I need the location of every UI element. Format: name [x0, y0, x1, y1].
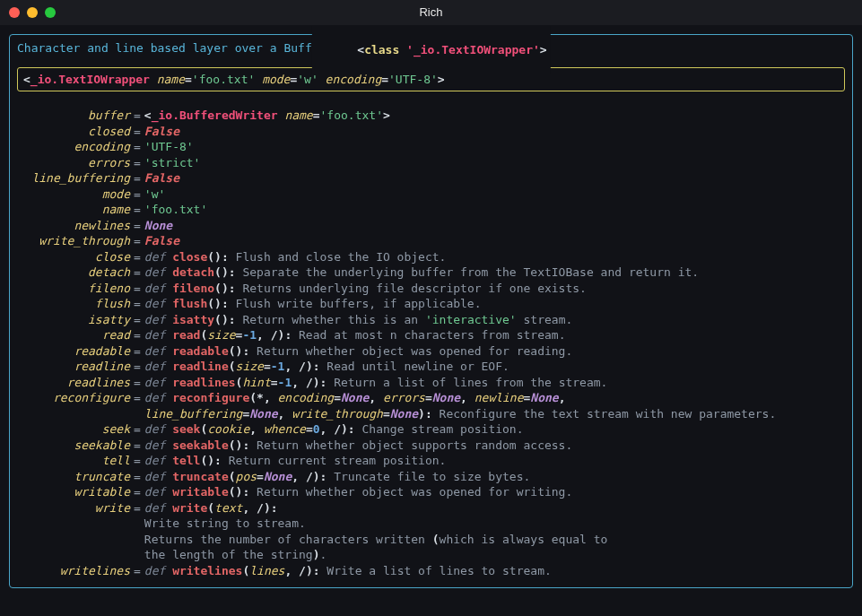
attr-value: 'strict' — [144, 155, 845, 171]
method-key: readlines — [17, 375, 130, 391]
method-row-reconfigure: reconfigure=def reconfigure(*, encoding=… — [17, 390, 845, 406]
method-key: readline — [17, 359, 130, 375]
equals: = — [130, 108, 144, 124]
method-key: readable — [17, 343, 130, 360]
angle-close: > — [540, 43, 547, 56]
method-key: truncate — [17, 469, 130, 485]
attr-value: False — [144, 233, 845, 249]
method-name: isatty — [172, 313, 214, 326]
method-row-isatty: isatty=def isatty(): Return whether this… — [17, 312, 845, 328]
attr-row-mode: mode='w' — [17, 187, 845, 203]
minimize-window-button[interactable] — [27, 7, 38, 18]
method-row-read: read=def read(size=-1, /): Read at most … — [17, 327, 845, 343]
equals: = — [130, 343, 144, 360]
method-row-seek: seek=def seek(cookie, whence=0, /): Chan… — [17, 421, 845, 438]
angle-open: < — [357, 43, 364, 56]
method-key: reconfigure — [17, 390, 130, 406]
method-row-fileno: fileno=def fileno(): Returns underlying … — [17, 281, 845, 297]
attr-value: 'foo.txt' — [144, 202, 845, 218]
equals: = — [130, 312, 144, 328]
method-value: def seek(cookie, whence=0, /): Change st… — [144, 421, 845, 438]
equals: = — [130, 453, 144, 469]
equals: = — [130, 139, 144, 155]
method-name: flush — [172, 297, 207, 310]
attr-row-closed: closed=False — [17, 124, 845, 140]
equals: = — [130, 469, 144, 485]
method-name: detach — [172, 265, 214, 279]
attr-value: None — [144, 218, 845, 234]
method-value: def tell(): Return current stream positi… — [144, 453, 845, 469]
equals: = — [130, 218, 144, 234]
attr-key: mode — [17, 187, 130, 203]
method-name: writelines — [172, 564, 242, 577]
method-name: reconfigure — [172, 391, 249, 404]
method-doc-line: the length of the string). — [17, 547, 845, 563]
method-value: def read(size=-1, /): Read at most n cha… — [144, 327, 845, 343]
method-key: seek — [17, 421, 130, 438]
attr-row-write_through: write_through=False — [17, 233, 845, 249]
method-value: def flush(): Flush write buffers, if app… — [144, 296, 845, 312]
method-value: def truncate(pos=None, /): Truncate file… — [144, 469, 845, 485]
attr-row-name: name='foo.txt' — [17, 202, 845, 218]
window-controls — [9, 7, 56, 18]
equals: = — [130, 124, 144, 140]
attr-row-encoding: encoding='UTF-8' — [17, 139, 845, 155]
panel-title: <class '_io.TextIOWrapper'> — [311, 26, 550, 74]
equals: = — [130, 170, 144, 187]
attributes-and-methods: buffer=<_io.BufferedWriter name='foo.txt… — [17, 108, 845, 578]
equals: = — [130, 390, 144, 406]
equals: = — [130, 249, 144, 265]
method-row-writelines: writelines=def writelines(lines, /): Wri… — [17, 563, 845, 579]
method-row-close: close=def close(): Flush and close the I… — [17, 249, 845, 265]
method-key: writable — [17, 484, 130, 500]
method-name: readable — [172, 344, 229, 358]
class-keyword: class — [364, 43, 399, 56]
method-row-seekable: seekable=def seekable(): Return whether … — [17, 438, 845, 454]
equals: = — [130, 438, 144, 454]
method-name: read — [172, 328, 200, 342]
method-value: def fileno(): Returns underlying file de… — [144, 281, 845, 297]
method-value: def writelines(lines, /): Write a list o… — [144, 563, 845, 579]
method-doc-line: Returns the number of characters written… — [17, 532, 845, 548]
zoom-window-button[interactable] — [45, 7, 56, 18]
titlebar: Rich — [0, 0, 862, 25]
attr-row-errors: errors='strict' — [17, 155, 845, 171]
method-value: def readable(): Return whether object wa… — [144, 343, 845, 360]
method-row-writable: writable=def writable(): Return whether … — [17, 484, 845, 500]
attr-key: newlines — [17, 218, 130, 234]
method-key: detach — [17, 265, 130, 281]
equals: = — [130, 155, 144, 171]
equals: = — [130, 500, 144, 516]
method-key: isatty — [17, 312, 130, 328]
inspect-panel: <class '_io.TextIOWrapper'> Character an… — [9, 34, 853, 588]
method-name: seek — [172, 422, 200, 436]
attr-row-buffer: buffer=<_io.BufferedWriter name='foo.txt… — [17, 108, 845, 124]
attr-key: closed — [17, 124, 130, 140]
method-value: def close(): Flush and close the IO obje… — [144, 249, 845, 265]
method-name: truncate — [172, 470, 229, 483]
attr-key: buffer — [17, 108, 130, 124]
equals: = — [130, 484, 144, 500]
close-window-button[interactable] — [9, 7, 20, 18]
method-row-readable: readable=def readable(): Return whether … — [17, 343, 845, 360]
attr-key: write_through — [17, 233, 130, 249]
method-name: fileno — [172, 282, 214, 295]
method-key: flush — [17, 296, 130, 312]
attr-key: line_buffering — [17, 170, 130, 187]
method-row-flush: flush=def flush(): Flush write buffers, … — [17, 296, 845, 312]
method-key: write — [17, 500, 130, 516]
method-name: writable — [172, 485, 229, 499]
equals: = — [130, 563, 144, 579]
equals: = — [130, 327, 144, 343]
window-title: Rich — [0, 4, 862, 21]
method-name: seekable — [172, 438, 229, 452]
method-key: read — [17, 327, 130, 343]
attr-row-newlines: newlines=None — [17, 218, 845, 234]
method-row-write: write=def write(text, /): — [17, 500, 845, 516]
method-row-truncate: truncate=def truncate(pos=None, /): Trun… — [17, 469, 845, 485]
method-name: close — [172, 250, 207, 264]
attr-value: False — [144, 124, 845, 140]
attr-key: encoding — [17, 139, 130, 155]
equals: = — [130, 281, 144, 297]
method-key: seekable — [17, 438, 130, 454]
